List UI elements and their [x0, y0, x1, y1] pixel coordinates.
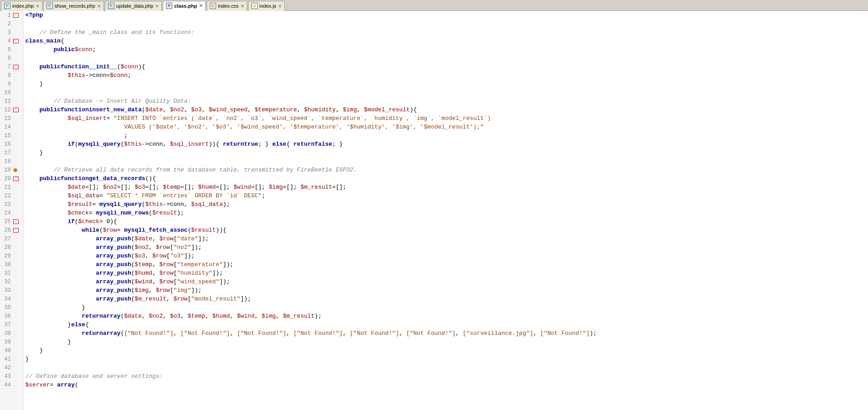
code-line-15: ; [24, 131, 868, 140]
gutter-row-35: 35 [0, 303, 23, 312]
tab-close-index-php[interactable]: ✕ [36, 4, 39, 9]
code-line-23: $result = mysqli_query($this->conn, $sql… [24, 200, 868, 209]
line-number-42: 42 [0, 365, 13, 371]
tab-class-php[interactable]: P class.php ✕ [163, 1, 206, 11]
gutter-row-10: 10 [0, 88, 23, 97]
tab-close-index-js[interactable]: ✕ [278, 4, 282, 9]
gutter-row-3: 3 [0, 28, 23, 37]
gutter-row-42: 42 [0, 363, 23, 372]
code-line-29: array_push($o3, $row["o3"]); [24, 252, 868, 260]
tab-close-index-css[interactable]: ✕ [241, 4, 244, 9]
code-line-24: $check = mysqli_num_rows($result); [24, 209, 868, 217]
tab-close-update-data[interactable]: ✕ [155, 4, 159, 9]
code-lines: <?php // Define the _main class and its … [24, 11, 868, 389]
line-number-30: 30 [0, 262, 13, 268]
code-line-27: array_push($date, $row["date"]); [24, 234, 868, 243]
php-file-icon: P [4, 3, 10, 9]
line-number-24: 24 [0, 210, 13, 216]
code-line-5: public $conn; [24, 45, 868, 54]
line-number-43: 43 [0, 373, 13, 380]
line-number-22: 22 [0, 193, 13, 199]
breakpoint-19 [14, 168, 17, 172]
fold-indicator-4[interactable]: - [13, 39, 19, 43]
css-file-icon: C [210, 3, 216, 9]
tab-show-records[interactable]: P show_records.php ✕ [43, 1, 104, 11]
gutter-row-36: 36 [0, 312, 23, 320]
line-number-25: 25 [0, 219, 13, 225]
line-number-39: 39 [0, 339, 13, 345]
gutter-row-5: 5 [0, 45, 23, 54]
tab-label-class-php: class.php [174, 3, 197, 9]
gutter-row-31: 31 [0, 269, 23, 277]
code-line-26: while($row = mysqli_fetch_assoc($result)… [24, 226, 868, 234]
tab-label-index-css: index.css [218, 3, 239, 9]
tab-update-data[interactable]: P update_data.php ✕ [105, 1, 162, 11]
php-file-icon-2: P [47, 3, 53, 9]
code-line-14: VALUES ('$date', '$no2', '$o3', '$wind_s… [24, 123, 868, 131]
gutter-row-40: 40 [0, 346, 23, 355]
tab-close-show-records[interactable]: ✕ [97, 4, 101, 9]
code-line-31: array_push($humd, $row["humidity"]); [24, 269, 868, 277]
code-line-8: $this->conn = $conn; [24, 71, 868, 80]
line-number-6: 6 [0, 55, 13, 62]
php-file-icon-4: P [166, 3, 172, 9]
fold-indicator-1[interactable]: - [13, 13, 19, 18]
gutter-row-22: 22 [0, 191, 23, 200]
code-line-38: return array(["Not Found!"], ["Not Found… [24, 329, 868, 338]
code-line-20: public function get_data_records(){ [24, 174, 868, 183]
code-line-42 [24, 363, 868, 372]
code-line-28: array_push($no2, $row["no2"]); [24, 243, 868, 252]
code-line-13: $sql_insert = "INSERT INTO `entries`(`da… [24, 114, 868, 123]
line-number-11: 11 [0, 98, 13, 105]
gutter-row-25: 25- [0, 217, 23, 226]
fold-indicator-12[interactable]: - [13, 108, 19, 112]
line-number-19: 19 [0, 167, 13, 173]
line-number-28: 28 [0, 244, 13, 251]
gutter-row-17: 17 [0, 148, 23, 157]
gutter-row-29: 29 [0, 252, 23, 260]
code-line-40: } [24, 346, 868, 355]
code-line-18 [24, 157, 868, 166]
gutter-row-44: 44 [0, 381, 23, 389]
line-number-17: 17 [0, 150, 13, 156]
line-number-35: 35 [0, 305, 13, 311]
code-line-4: class _main { [24, 37, 868, 45]
code-line-41: } [24, 355, 868, 363]
fold-indicator-26[interactable]: - [13, 228, 19, 233]
line-number-9: 9 [0, 81, 13, 87]
code-line-21: $date=[]; $no2=[]; $o3=[]; $temp=[]; $hu… [24, 183, 868, 191]
tab-index-css[interactable]: C index.css ✕ [207, 1, 247, 11]
tab-bar: P index.php ✕ P show_records.php ✕ P upd… [0, 0, 868, 11]
line-number-4: 4 [0, 38, 13, 44]
line-number-33: 33 [0, 287, 13, 294]
tab-close-class-php[interactable]: ✕ [199, 3, 203, 8]
tab-index-php[interactable]: P index.php ✕ [1, 1, 42, 11]
line-number-3: 3 [0, 29, 13, 36]
code-line-43: // Define database and server settings: [24, 372, 868, 381]
line-number-16: 16 [0, 141, 13, 148]
line-number-5: 5 [0, 47, 13, 53]
gutter-row-41: 41 [0, 355, 23, 363]
code-line-17: } [24, 148, 868, 157]
fold-indicator-20[interactable]: - [13, 176, 19, 181]
line-number-37: 37 [0, 322, 13, 328]
line-number-31: 31 [0, 270, 13, 277]
code-line-22: $sql_data = "SELECT * FROM `entries` ORD… [24, 191, 868, 200]
code-line-30: array_push($temp, $row["temperature"]); [24, 260, 868, 269]
gutter-row-24: 24 [0, 209, 23, 217]
code-line-6 [24, 54, 868, 62]
gutter-row-23: 23 [0, 200, 23, 209]
line-number-34: 34 [0, 296, 13, 302]
code-content[interactable]: <?php // Define the _main class and its … [24, 11, 868, 410]
fold-indicator-7[interactable]: - [13, 65, 19, 69]
fold-indicator-25[interactable]: - [13, 219, 19, 224]
code-line-16: if(mysqli_query($this->conn, $sql_insert… [24, 140, 868, 148]
gutter-row-27: 27 [0, 234, 23, 243]
tab-label-index-php: index.php [12, 3, 34, 9]
tab-index-js[interactable]: J index.js ✕ [248, 1, 285, 11]
line-number-26: 26 [0, 227, 13, 234]
line-number-40: 40 [0, 348, 13, 354]
line-number-7: 7 [0, 64, 13, 70]
code-line-36: return array($date, $no2, $o3, $temp, $h… [24, 312, 868, 320]
tab-label-update-data: update_data.php [116, 3, 154, 9]
